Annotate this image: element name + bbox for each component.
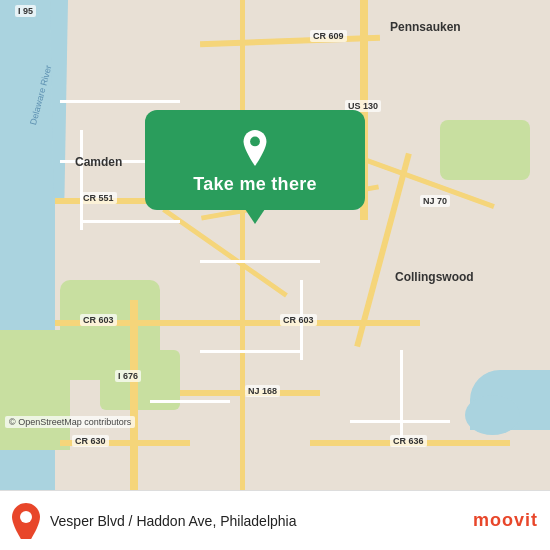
- road-cr603-right: [240, 320, 420, 326]
- map-container: CR 609 CR 551 CR 603 CR 603 US 130 NJ 70…: [0, 0, 550, 490]
- map-attribution: © OpenStreetMap contributors: [5, 416, 135, 428]
- label-nj70: NJ 70: [420, 195, 450, 207]
- label-camden: Camden: [75, 155, 122, 169]
- label-collingswood: Collingswood: [395, 270, 474, 284]
- local-road-9: [400, 350, 403, 440]
- local-road-5: [200, 260, 320, 263]
- label-cr551: CR 551: [80, 192, 117, 204]
- label-cr603-left: CR 603: [80, 314, 117, 326]
- local-road-7: [200, 350, 300, 353]
- green-area-3: [440, 120, 530, 180]
- moovit-brand: moovit: [473, 510, 538, 531]
- label-pennsauken: Pennsauken: [390, 20, 461, 34]
- label-cr636: CR 636: [390, 435, 427, 447]
- local-road-10: [350, 420, 450, 423]
- moovit-pin-container: [12, 503, 40, 539]
- bottom-bar: Vesper Blvd / Haddon Ave, Philadelphia m…: [0, 490, 550, 550]
- label-i676: I 676: [115, 370, 141, 382]
- water-pond: [465, 395, 520, 435]
- road-center-v: [240, 0, 245, 490]
- local-road-8: [150, 400, 230, 403]
- label-i95: I 95: [15, 5, 36, 17]
- label-cr609: CR 609: [310, 30, 347, 42]
- svg-point-0: [250, 137, 260, 147]
- svg-point-1: [20, 511, 32, 523]
- location-pin-icon: [237, 130, 273, 166]
- take-me-there-label: Take me there: [193, 174, 317, 195]
- road-i676: [130, 300, 138, 490]
- local-road-2: [80, 130, 83, 230]
- moovit-pin-icon: [12, 503, 40, 539]
- local-road-4: [80, 220, 180, 223]
- label-cr603-right: CR 603: [280, 314, 317, 326]
- label-cr630: CR 630: [72, 435, 109, 447]
- moovit-logo-text: moovit: [473, 510, 538, 531]
- bottom-location-text: Vesper Blvd / Haddon Ave, Philadelphia: [50, 513, 463, 529]
- take-me-there-button[interactable]: Take me there: [145, 110, 365, 210]
- green-area-2: [0, 330, 70, 450]
- label-nj168: NJ 168: [245, 385, 280, 397]
- local-road-1: [60, 100, 180, 103]
- bottom-location-container: Vesper Blvd / Haddon Ave, Philadelphia: [50, 513, 463, 529]
